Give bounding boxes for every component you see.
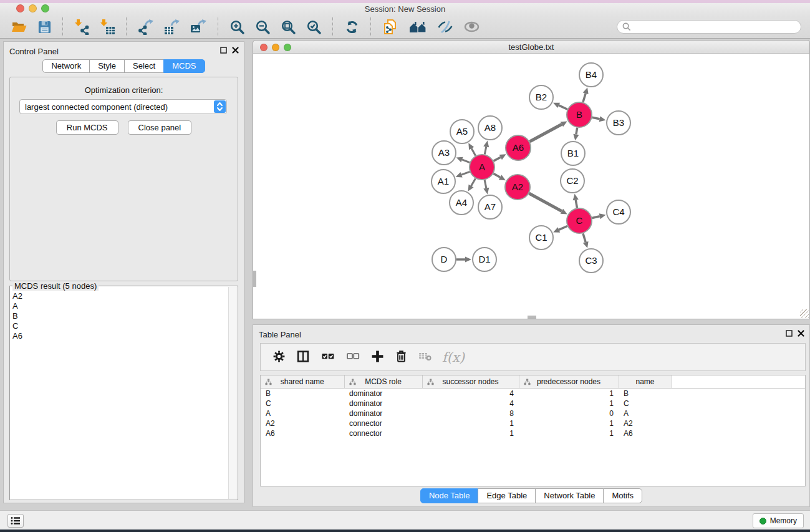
result-scrollbar[interactable] <box>228 287 237 499</box>
network-canvas[interactable]: B4B2BB3A8A5A6A3B1AA1C2A2A4A7C4CC1C3DD1 <box>253 54 810 319</box>
export-network-icon <box>138 19 154 35</box>
table-tab-node-table[interactable]: Node Table <box>420 488 479 503</box>
network-graph[interactable]: B4B2BB3A8A5A6A3B1AA1C2A2A4A7C4CC1C3DD1 <box>253 54 809 319</box>
clone-network-button[interactable] <box>380 17 402 37</box>
graph-edge[interactable] <box>493 173 500 177</box>
search-input[interactable] <box>631 22 796 32</box>
graph-edge[interactable] <box>471 178 476 186</box>
select-all-columns-button[interactable] <box>320 349 336 365</box>
column-header-shared-name[interactable]: shared name <box>261 375 344 389</box>
tab-mcds[interactable]: MCDS <box>163 59 205 73</box>
tab-style[interactable]: Style <box>89 59 125 73</box>
save-session-button[interactable] <box>35 19 54 36</box>
run-mcds-button[interactable]: Run MCDS <box>56 120 118 135</box>
show-column-panel-button[interactable] <box>296 349 311 366</box>
table-row[interactable]: A6connector11A6 <box>261 428 805 438</box>
table-row[interactable]: A2connector11A2 <box>261 418 805 428</box>
result-item[interactable]: A2 <box>11 291 228 301</box>
close-panel-button[interactable]: Close panel <box>128 120 192 135</box>
table-tab-motifs[interactable]: Motifs <box>603 488 642 503</box>
memory-status-icon <box>759 518 766 525</box>
graph-node-label: A2 <box>512 181 523 192</box>
zoom-in-button[interactable] <box>227 18 248 36</box>
graph-edge[interactable] <box>485 180 486 188</box>
graph-edge[interactable] <box>462 160 470 163</box>
graph-edge[interactable] <box>485 147 486 154</box>
table-settings-icon <box>272 350 286 365</box>
graph-edge[interactable] <box>471 148 476 156</box>
toolbar-separator <box>126 17 127 36</box>
table-cell-filler <box>672 418 805 428</box>
add-column-button[interactable] <box>370 349 385 366</box>
table-row[interactable]: Adominator80A <box>261 409 805 418</box>
graph-edge[interactable] <box>583 94 586 102</box>
export-network-button[interactable] <box>135 17 157 36</box>
graph-edge[interactable] <box>576 128 577 135</box>
memory-button[interactable]: Memory <box>753 513 804 528</box>
graph-edge-arrowhead <box>456 172 463 178</box>
graph-edge[interactable] <box>592 216 599 218</box>
result-item[interactable]: A <box>11 301 228 311</box>
table-settings-button[interactable] <box>271 349 287 366</box>
table-cell-filler <box>672 389 805 399</box>
function-builder-button[interactable]: f(x) <box>442 350 465 365</box>
graph-edge[interactable] <box>461 172 470 175</box>
graph-edge[interactable] <box>529 124 561 142</box>
graph-edge[interactable] <box>559 105 567 109</box>
graph-edge[interactable] <box>494 157 501 161</box>
table-cell: 8 <box>422 409 519 418</box>
table-body: Bdominator41BCdominator41CAdominator80AA… <box>261 389 805 439</box>
graph-edge[interactable] <box>592 117 600 118</box>
result-item[interactable]: C <box>11 321 228 331</box>
network-window-titlebar[interactable]: testGlobe.txt <box>253 40 810 54</box>
result-item[interactable]: B <box>11 311 228 321</box>
table-tab-edge-table[interactable]: Edge Table <box>478 488 536 503</box>
column-header-name[interactable]: name <box>619 375 672 389</box>
graph-edge[interactable] <box>583 233 586 242</box>
deselect-all-columns-button[interactable] <box>345 349 361 365</box>
search-box[interactable] <box>617 20 801 34</box>
float-table-panel-icon[interactable] <box>786 330 793 337</box>
zoom-fit-button[interactable] <box>278 18 299 36</box>
refresh-button[interactable] <box>342 18 362 36</box>
table-cell: connector <box>344 418 422 428</box>
table-cell: A <box>619 409 672 418</box>
tab-select[interactable]: Select <box>124 59 164 73</box>
float-panel-icon[interactable] <box>220 47 227 54</box>
graph-edge[interactable] <box>559 226 567 230</box>
zoom-out-button[interactable] <box>253 18 273 36</box>
node-table[interactable]: shared nameMCDS rolesuccessor nodesprede… <box>260 375 806 486</box>
column-header-successor-nodes[interactable]: successor nodes <box>422 375 519 389</box>
graph-edge[interactable] <box>576 200 577 208</box>
table-row[interactable]: Cdominator41C <box>261 399 805 409</box>
table-tab-network-table[interactable]: Network Table <box>535 488 604 503</box>
import-network-button[interactable] <box>72 17 92 36</box>
network-overview-button[interactable] <box>407 18 430 36</box>
column-header-MCDS-role[interactable]: MCDS role <box>344 375 422 389</box>
import-table-button[interactable] <box>97 17 118 36</box>
control-panel-title: Control Panel <box>9 47 59 56</box>
show-graphics-details-button[interactable] <box>461 18 483 36</box>
close-table-panel-icon[interactable] <box>798 330 804 337</box>
result-item[interactable]: A6 <box>11 331 228 341</box>
zoom-selected-button[interactable] <box>304 18 324 36</box>
table-row[interactable]: Bdominator41B <box>261 389 805 399</box>
task-history-button[interactable] <box>7 514 24 528</box>
import-table-icon <box>100 19 115 35</box>
canvas-vertical-scroll-thumb[interactable] <box>253 271 256 287</box>
graph-edge[interactable] <box>529 193 561 211</box>
export-table-button[interactable] <box>162 17 183 36</box>
export-image-button[interactable] <box>188 17 210 36</box>
optimization-criterion-dropdown[interactable]: largest connected component (directed) <box>19 99 227 114</box>
canvas-horizontal-scroll-thumb[interactable] <box>528 316 536 319</box>
tab-network[interactable]: Network <box>42 59 90 73</box>
mcds-result-list[interactable]: A2ABCA6 <box>11 291 228 498</box>
delete-columns-button[interactable] <box>394 348 408 366</box>
hide-graphics-details-button[interactable] <box>435 17 456 36</box>
open-session-icon <box>11 20 27 34</box>
open-session-button[interactable] <box>9 19 30 36</box>
delete-table-button[interactable] <box>417 349 433 365</box>
close-panel-icon[interactable] <box>232 47 239 54</box>
column-header-predecessor-nodes[interactable]: predecessor nodes <box>519 375 619 389</box>
window-resize-handle[interactable] <box>800 309 809 318</box>
